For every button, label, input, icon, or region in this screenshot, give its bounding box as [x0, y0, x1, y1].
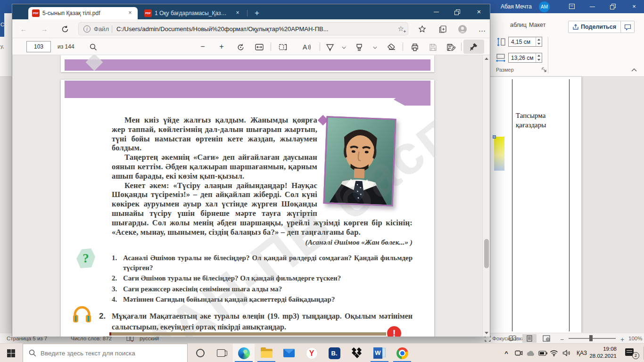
browser-tab-active[interactable]: PDF 5-сынып Қазақ тілі.pdf ×: [28, 7, 138, 19]
spinner-arrows[interactable]: [536, 37, 542, 46]
address-bar[interactable]: i Файл C:/Users/admin/Documents/Новый%20…: [78, 22, 408, 35]
spinner-arrows[interactable]: [536, 53, 542, 62]
read-aloud-button[interactable]: A: [301, 41, 312, 53]
word-close-button[interactable]: ×: [626, 0, 642, 13]
wifi-tray-icon[interactable]: [548, 344, 560, 362]
word-restore-button[interactable]: [605, 0, 621, 13]
new-tab-button[interactable]: +: [252, 8, 262, 18]
address-url[interactable]: C:/Users/admin/Documents/Новый%20формат/…: [116, 25, 385, 33]
read-mode-button[interactable]: [505, 334, 520, 343]
draw-button[interactable]: [324, 41, 336, 53]
edge-restore-button[interactable]: [448, 4, 467, 19]
taskbar-app-chrome[interactable]: [391, 344, 413, 362]
forward-button[interactable]: →: [39, 24, 50, 35]
zoom-slider-thumb[interactable]: [589, 335, 593, 341]
taskbar-app-edge[interactable]: [233, 344, 255, 362]
pdf-page-current: АРМАН-ПВ баспасы: [61, 80, 434, 337]
fit-to-width-button[interactable]: [254, 41, 265, 53]
dialog-launcher-icon[interactable]: [541, 67, 547, 73]
draw-options-chevron[interactable]: [342, 45, 346, 49]
pin-toolbar-button[interactable]: [463, 40, 484, 54]
width-spinner[interactable]: 13,26 см: [508, 53, 542, 63]
booking-icon: B.: [329, 347, 340, 359]
search-icon: [90, 43, 97, 51]
print-layout-button[interactable]: [522, 334, 537, 343]
pdf-search-button[interactable]: [88, 41, 99, 53]
task-view-button[interactable]: [210, 344, 232, 362]
address-scheme: Файл: [94, 25, 109, 33]
word-account-avatar[interactable]: AM: [539, 1, 550, 12]
word-doc-text[interactable]: Тапсырма қағаздары: [516, 111, 559, 130]
clock-date: 28.02.2021: [581, 353, 617, 360]
refresh-button[interactable]: [59, 24, 71, 35]
cloud-icon: [526, 350, 535, 356]
highlight-button[interactable]: [354, 41, 365, 53]
favorites-button[interactable]: [416, 23, 428, 35]
edge-close-button[interactable]: ×: [470, 4, 488, 19]
profile-button[interactable]: [456, 23, 469, 35]
taskbar-app-word[interactable]: W: [369, 344, 390, 362]
zoom-out-button[interactable]: −: [197, 41, 208, 53]
page-view-button[interactable]: [277, 41, 289, 53]
tab-close-button[interactable]: ×: [126, 9, 134, 17]
onedrive-tray-icon[interactable]: [524, 344, 537, 362]
alert-badge: !: [387, 326, 401, 337]
width-icon: [495, 53, 506, 63]
taskbar-app-mail[interactable]: [278, 344, 300, 362]
share-button[interactable]: Поделиться: [568, 21, 621, 33]
back-button[interactable]: ←: [18, 24, 29, 35]
add-favorite-icon[interactable]: ☆+: [398, 25, 404, 33]
pdf-scrollbar[interactable]: [482, 55, 490, 337]
ribbon-tab-table[interactable]: аблиц: [510, 22, 527, 28]
rotate-button[interactable]: [235, 41, 246, 53]
selection-handle[interactable]: [493, 135, 496, 139]
erase-button[interactable]: [386, 41, 397, 53]
save-as-button[interactable]: [445, 41, 456, 53]
collections-button[interactable]: [437, 23, 449, 35]
meet-now-button[interactable]: [513, 344, 524, 362]
tab-title: 5-сынып Қазақ тілі.pdf: [42, 10, 117, 16]
height-spinner[interactable]: 4,15 см: [508, 37, 542, 47]
ribbon-display-options-button[interactable]: [564, 0, 580, 13]
word-minimize-button[interactable]: [585, 0, 601, 13]
ribbon-tab-layout[interactable]: Макет: [529, 22, 545, 28]
notification-center-button[interactable]: 2: [625, 347, 637, 358]
print-button[interactable]: [409, 41, 421, 53]
pdf-page-input[interactable]: [26, 41, 51, 52]
page-accent-bar: [65, 59, 430, 71]
browser-tab-inactive[interactable]: PDF 1 Оқу бағдарламасы_Қазақ тілі ×: [140, 7, 245, 19]
collapse-ribbon-icon[interactable]: [631, 68, 637, 73]
tab-close-button[interactable]: ×: [234, 9, 241, 17]
save-button[interactable]: [427, 41, 438, 53]
portrait-float: [322, 115, 413, 211]
dropbox-icon: [351, 348, 363, 358]
battery-tray-icon[interactable]: [537, 344, 549, 362]
edge-minimize-button[interactable]: [427, 4, 446, 19]
start-button[interactable]: [0, 344, 22, 362]
word-page[interactable]: Тапсырма қағаздары: [481, 77, 581, 333]
taskbar-app-yandex[interactable]: Y: [301, 344, 322, 362]
svg-text:A: A: [303, 43, 307, 51]
cortana-button[interactable]: [190, 344, 211, 362]
taskbar-search[interactable]: Введите здесь текст для поиска: [23, 344, 188, 362]
highlight-options-chevron[interactable]: [373, 45, 377, 49]
volume-tray-icon[interactable]: [560, 344, 573, 362]
taskbar-app-booking[interactable]: B.: [323, 344, 345, 362]
web-layout-button[interactable]: [539, 334, 553, 343]
zoom-out-button[interactable]: −: [560, 336, 564, 343]
scroll-down-button[interactable]: [483, 329, 490, 337]
taskbar-app-explorer[interactable]: [256, 344, 277, 362]
zoom-in-button[interactable]: +: [216, 41, 227, 53]
comments-button[interactable]: [620, 21, 635, 33]
settings-more-button[interactable]: …: [476, 23, 488, 35]
scroll-up-button[interactable]: [483, 55, 490, 63]
zoom-in-button[interactable]: +: [620, 336, 624, 343]
gradient-swatch[interactable]: [494, 137, 504, 171]
info-icon[interactable]: i: [83, 25, 91, 33]
zoom-level[interactable]: 100%: [628, 336, 642, 341]
pdf-viewport[interactable]: АРМАН-ПВ баспасы: [12, 55, 483, 337]
tray-expand-button[interactable]: ^: [501, 344, 512, 362]
taskbar-clock[interactable]: 19:08 28.02.2021: [581, 346, 617, 360]
taskbar-app-dropbox[interactable]: [346, 344, 368, 362]
scrollbar-thumb[interactable]: [484, 239, 489, 268]
